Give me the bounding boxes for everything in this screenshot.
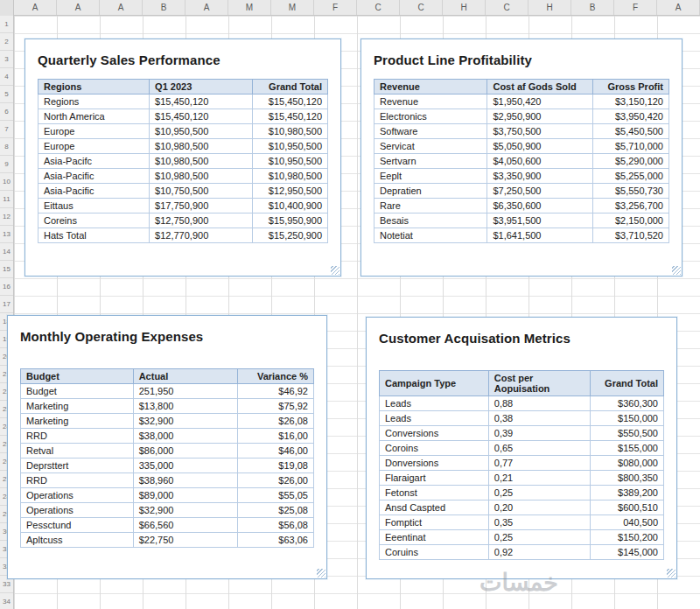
value-cell[interactable]: $63,06 xyxy=(238,533,314,548)
value-cell[interactable]: $7,250,500 xyxy=(487,184,592,199)
value-cell[interactable]: 335,000 xyxy=(133,458,238,473)
value-cell[interactable]: $46,00 xyxy=(238,444,314,458)
row-label-cell[interactable]: Coroins xyxy=(380,441,489,456)
table-panel-operating-expenses[interactable]: Monthly Operating Expenses BudgetActualV… xyxy=(7,315,327,579)
value-cell[interactable]: $2,950,900 xyxy=(487,109,592,124)
column-header-cell[interactable]: A xyxy=(57,0,100,15)
row-header-cell[interactable]: 34 xyxy=(0,593,13,609)
value-cell[interactable]: $10,950,500 xyxy=(253,139,328,154)
value-cell[interactable]: $4,050,600 xyxy=(487,154,592,169)
row-header-cell[interactable]: 1 xyxy=(0,16,13,33)
row-label-cell[interactable]: Budget xyxy=(21,384,134,399)
row-label-cell[interactable]: Eeentinat xyxy=(380,530,489,545)
row-label-cell[interactable]: Regions xyxy=(38,94,150,109)
column-header-cost-af-gods-sold[interactable]: Cost af Gods Sold xyxy=(487,80,592,94)
row-header-cell[interactable]: 6 xyxy=(0,103,13,121)
value-cell[interactable]: $600,510 xyxy=(590,500,663,515)
value-cell[interactable]: $150,000 xyxy=(590,411,663,426)
value-cell[interactable]: 251,950 xyxy=(133,384,238,399)
value-cell[interactable]: $5,550,730 xyxy=(592,184,668,199)
value-cell[interactable]: $389,200 xyxy=(590,486,663,500)
row-label-cell[interactable]: Software xyxy=(374,124,487,139)
column-header-q1-2023[interactable]: Q1 2023 xyxy=(150,80,253,94)
value-cell[interactable]: $3,950,420 xyxy=(592,109,668,124)
row-header-cell[interactable]: 2 xyxy=(0,33,13,51)
value-cell[interactable]: $32,900 xyxy=(133,503,238,518)
value-cell[interactable]: $150,200 xyxy=(590,530,663,545)
row-label-cell[interactable]: Eittaus xyxy=(38,199,150,214)
row-label-cell[interactable]: Europe xyxy=(38,139,150,154)
column-header-cell[interactable]: C xyxy=(486,0,528,15)
row-header-cell[interactable]: 13 xyxy=(0,226,13,243)
row-label-cell[interactable]: Apltcuss xyxy=(21,533,134,548)
column-header-grand-total[interactable]: Grand Total xyxy=(590,371,663,396)
row-label-cell[interactable]: Leads xyxy=(380,411,489,426)
resize-handle-icon[interactable] xyxy=(317,569,326,578)
column-header-cell[interactable]: A xyxy=(100,0,143,15)
row-label-cell[interactable]: Depratien xyxy=(374,184,487,199)
value-cell[interactable]: $38,000 xyxy=(133,429,238,444)
value-cell[interactable]: 0,25 xyxy=(488,486,590,500)
row-label-cell[interactable]: Servicat xyxy=(374,139,487,154)
value-cell[interactable]: $1,641,500 xyxy=(487,228,592,243)
resize-handle-icon[interactable] xyxy=(672,266,681,275)
row-label-cell[interactable]: Retval xyxy=(21,444,134,458)
value-cell[interactable]: $17,750,900 xyxy=(150,199,253,214)
row-label-cell[interactable]: Fomptict xyxy=(380,515,489,530)
column-header-cell[interactable]: H xyxy=(528,0,571,15)
value-cell[interactable]: $3,350,900 xyxy=(487,169,592,184)
row-label-cell[interactable]: Ansd Caspted xyxy=(380,500,489,515)
row-label-cell[interactable]: Electronics xyxy=(374,109,487,124)
value-cell[interactable]: $13,800 xyxy=(133,399,238,414)
value-cell[interactable]: 040,500 xyxy=(590,515,663,530)
value-cell[interactable]: $15,450,120 xyxy=(253,109,328,124)
row-label-cell[interactable]: Flaraigart xyxy=(380,471,489,486)
column-header-revenue[interactable]: Revenue xyxy=(374,80,487,94)
column-header-cell[interactable]: F xyxy=(314,0,357,15)
row-label-cell[interactable]: Pessctund xyxy=(21,518,134,533)
column-header-cell[interactable]: A xyxy=(14,0,57,15)
value-cell[interactable]: $155,000 xyxy=(590,441,663,456)
row-header-cell[interactable]: 9 xyxy=(0,156,13,173)
table-panel-customer-acquisition[interactable]: Customer Acquisation Metrics Campaign Ty… xyxy=(366,317,677,579)
value-cell[interactable]: $5,710,000 xyxy=(592,139,668,154)
row-label-cell[interactable]: Coruins xyxy=(380,545,489,560)
value-cell[interactable]: $080,000 xyxy=(590,456,663,471)
value-cell[interactable]: $1,950,420 xyxy=(487,94,592,109)
row-label-cell[interactable]: Asia-Pacific xyxy=(38,169,150,184)
column-header-actual[interactable]: Actual xyxy=(133,369,238,384)
value-cell[interactable]: 0,35 xyxy=(488,515,590,530)
row-label-cell[interactable]: Revenue xyxy=(374,94,487,109)
resize-handle-icon[interactable] xyxy=(331,266,340,275)
column-header-cell[interactable]: B xyxy=(571,0,614,15)
column-header-budget[interactable]: Budget xyxy=(21,369,134,384)
value-cell[interactable]: $55,05 xyxy=(238,488,314,503)
column-header-cell[interactable]: A xyxy=(657,0,700,15)
value-cell[interactable]: $10,950,500 xyxy=(150,124,253,139)
row-header-cell[interactable]: 3 xyxy=(0,51,13,68)
column-header-cell[interactable]: B xyxy=(143,0,186,15)
value-cell[interactable]: $15,450,120 xyxy=(150,109,253,124)
value-cell[interactable]: $75,92 xyxy=(238,399,314,414)
value-cell[interactable]: $3,256,700 xyxy=(592,199,668,214)
column-header-gross-profit[interactable]: Gross Profit xyxy=(592,80,668,94)
value-cell[interactable]: $15,450,120 xyxy=(253,94,328,109)
row-header-cell[interactable]: 16 xyxy=(0,278,13,296)
row-header-cell[interactable]: 7 xyxy=(0,121,13,138)
row-header-cell[interactable]: 15 xyxy=(0,261,13,278)
row-label-cell[interactable]: Operations xyxy=(21,488,134,503)
row-label-cell[interactable]: North America xyxy=(38,109,150,124)
value-cell[interactable]: $86,000 xyxy=(133,444,238,458)
row-label-cell[interactable]: Coreins xyxy=(38,214,150,228)
row-label-cell[interactable]: RRD xyxy=(21,473,134,488)
column-header-cost-per-aopuisation[interactable]: Cost per Aopuisation xyxy=(488,371,590,396)
row-label-cell[interactable]: Leads xyxy=(380,396,489,411)
row-header-cell[interactable]: 10 xyxy=(0,173,13,191)
row-label-cell[interactable]: Rare xyxy=(374,199,487,214)
column-header-cell[interactable]: F xyxy=(614,0,657,15)
row-header-cell[interactable]: 11 xyxy=(0,191,13,208)
row-header-cell[interactable]: 4 xyxy=(0,68,13,86)
value-cell[interactable]: $56,08 xyxy=(238,518,314,533)
row-label-cell[interactable]: Asia-Pacifc xyxy=(38,154,150,169)
value-cell[interactable]: $6,350,600 xyxy=(487,199,592,214)
